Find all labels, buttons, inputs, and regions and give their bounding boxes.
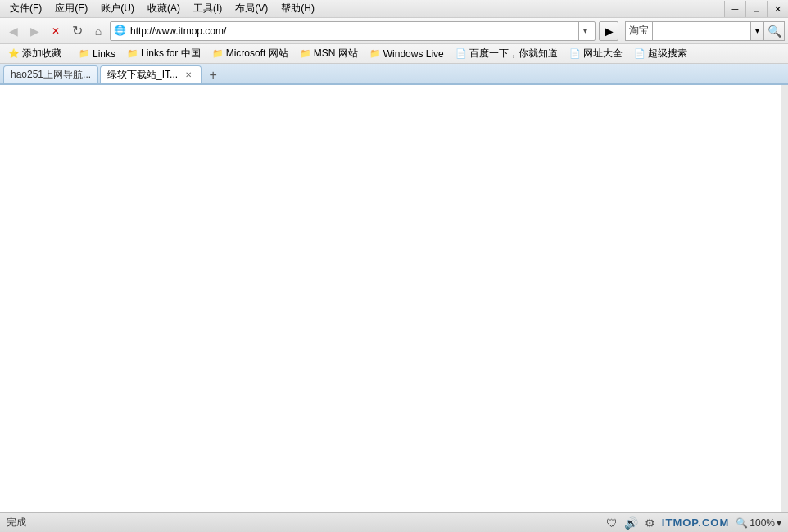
star-icon: ⭐	[8, 48, 20, 59]
menu-app[interactable]: 应用(E)	[48, 0, 94, 17]
status-text: 完成	[7, 516, 606, 530]
zoom-icon: 🔍	[736, 517, 748, 529]
fav-add[interactable]: ⭐ 添加收藏	[3, 45, 66, 62]
forward-button[interactable]: ▶	[25, 21, 44, 41]
menu-bar: 文件(F) 应用(E) 账户(U) 收藏(A) 工具(I) 布局(V) 帮助(H…	[0, 0, 788, 18]
search-container: 淘宝 ▾ 🔍	[625, 21, 785, 41]
fav-links-china[interactable]: 📁 Links for 中国	[122, 45, 206, 62]
tab-1[interactable]: 绿软下载站_IT... ✕	[100, 65, 202, 83]
content-area	[0, 85, 788, 532]
search-dropdown[interactable]: ▾	[750, 21, 763, 41]
fav-baidu[interactable]: 📄 百度一下，你就知道	[451, 45, 563, 62]
gear-icon: ⚙	[645, 516, 655, 530]
fav-microsoft[interactable]: 📁 Microsoft 网站	[207, 45, 293, 62]
page-icon-2: 📄	[569, 48, 581, 59]
favorites-bar: ⭐ 添加收藏 📁 Links 📁 Links for 中国 📁 Microsof…	[0, 44, 788, 64]
zoom-level: 100%	[750, 517, 775, 529]
folder-icon-5: 📁	[369, 48, 381, 59]
menu-account[interactable]: 账户(U)	[94, 0, 141, 17]
go-button[interactable]: ▶	[599, 21, 618, 41]
menu-layout[interactable]: 布局(V)	[229, 0, 274, 17]
fav-site-directory[interactable]: 📄 网址大全	[564, 45, 627, 62]
menu-help[interactable]: 帮助(H)	[274, 0, 321, 17]
close-button[interactable]: ✕	[767, 1, 788, 17]
tab-bar: hao251上网导航... 绿软下载站_IT... ✕ +	[0, 64, 788, 85]
minimize-button[interactable]: ─	[724, 1, 745, 17]
fav-msn[interactable]: 📁 MSN 网站	[295, 45, 363, 62]
zoom-dropdown-icon: ▾	[777, 517, 781, 529]
address-dropdown[interactable]: ▾	[578, 22, 591, 40]
nav-bar: ◀ ▶ ✕ ↻ ⌂ 🌐 ▾ ▶ 淘宝 ▾ 🔍	[0, 18, 788, 44]
browser-window: 文件(F) 应用(E) 账户(U) 收藏(A) 工具(I) 布局(V) 帮助(H…	[0, 0, 788, 532]
back-button[interactable]: ◀	[3, 21, 23, 41]
status-right: 🛡 🔊 ⚙ ITMOP.COM 🔍 100% ▾	[606, 516, 781, 530]
speaker-icon: 🔊	[624, 516, 638, 530]
tab-1-close[interactable]: ✕	[183, 70, 194, 81]
address-bar-container: 🌐 ▾	[110, 21, 596, 41]
address-icon: 🌐	[114, 25, 127, 38]
address-input[interactable]	[130, 25, 578, 37]
folder-icon-3: 📁	[212, 48, 224, 59]
search-button[interactable]: 🔍	[763, 21, 785, 41]
refresh-button[interactable]: ↻	[67, 21, 87, 41]
tab-0[interactable]: hao251上网导航...	[3, 65, 98, 83]
search-input[interactable]	[652, 21, 750, 41]
folder-icon-4: 📁	[300, 48, 311, 59]
search-label: 淘宝	[625, 21, 652, 41]
fav-super-search[interactable]: 📄 超级搜索	[629, 45, 692, 62]
home-button[interactable]: ⌂	[88, 21, 108, 41]
protect-icon: 🛡	[606, 516, 618, 530]
page-icon-3: 📄	[634, 48, 645, 59]
folder-icon-2: 📁	[127, 48, 138, 59]
page-icon-1: 📄	[455, 48, 467, 59]
right-scrollbar[interactable]	[781, 85, 788, 512]
tab-0-label: hao251上网导航...	[11, 68, 91, 82]
tab-1-label: 绿软下载站_IT...	[107, 68, 178, 82]
status-bar: 完成 🛡 🔊 ⚙ ITMOP.COM 🔍 100% ▾	[0, 512, 788, 532]
stop-button[interactable]: ✕	[46, 21, 66, 41]
fav-links[interactable]: 📁 Links	[74, 47, 120, 61]
fav-windows-live[interactable]: 📁 Windows Live	[365, 47, 449, 61]
menu-file[interactable]: 文件(F)	[3, 0, 48, 17]
zoom-control[interactable]: 🔍 100% ▾	[736, 517, 781, 529]
menu-favorites[interactable]: 收藏(A)	[141, 0, 187, 17]
fav-separator-1	[70, 47, 70, 61]
menu-tools[interactable]: 工具(I)	[187, 0, 229, 17]
watermark: ITMOP.COM	[662, 516, 729, 529]
window-controls: ─ □ ✕	[724, 0, 788, 18]
folder-icon-1: 📁	[79, 48, 90, 59]
maximize-button[interactable]: □	[745, 1, 767, 17]
new-tab-button[interactable]: +	[205, 67, 221, 83]
